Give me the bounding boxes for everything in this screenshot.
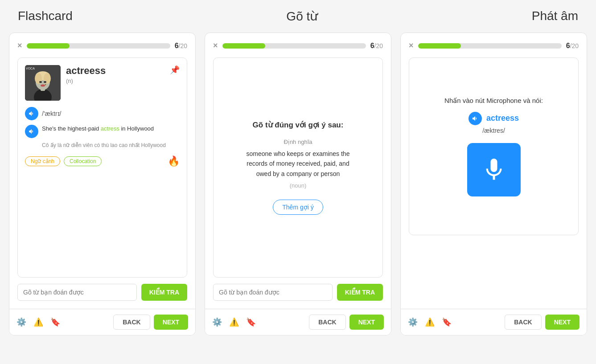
flashcard-header-title: Flashcard [18, 9, 73, 24]
pronunciation-row-1: /'æktrɪ/ [25, 107, 180, 120]
flashcard-close-button[interactable]: × [17, 41, 22, 50]
panels-row: × 6/20 [9, 33, 587, 335]
svg-text:VOCA: VOCA [26, 67, 35, 70]
flashcard-progress-bar-fill [27, 43, 70, 49]
phat-am-sound-button[interactable] [469, 112, 482, 125]
word-row: VOCA actreess (n) 📌 [25, 65, 180, 101]
go-tu-close-button[interactable]: × [213, 41, 218, 50]
phat-am-warning-icon[interactable]: ⚠️ [425, 317, 435, 327]
example-row: She's the highest-paid actress in Hollyw… [25, 125, 180, 138]
svg-point-7 [39, 81, 42, 83]
flashcard-next-button[interactable]: NEXT [154, 315, 188, 330]
tag-row: Ngữ cảnh Collocation 🔥 [25, 155, 180, 167]
word-type: (n) [66, 78, 164, 84]
phat-am-pronunciation: /æktres/ [482, 127, 505, 134]
go-tu-header-title: Gõ từ [286, 9, 318, 24]
go-tu-card-title: Gõ từ đúng với gợi ý sau: [253, 120, 344, 130]
phat-am-close-button[interactable]: × [409, 41, 414, 50]
go-tu-check-button[interactable]: KIỂM TRA [337, 284, 383, 301]
example-text: She's the highest-paid actress in Hollyw… [42, 125, 154, 133]
pin-icon[interactable]: 📌 [170, 65, 180, 75]
phat-am-progress-bar-fill [418, 43, 461, 49]
flashcard-card: VOCA actreess (n) 📌 /'æktrɪ/ [17, 57, 187, 278]
phat-am-word: actreess [486, 114, 519, 123]
phat-am-panel: × 6/20 Nhấn vào nút Microphone và nói: a… [400, 33, 587, 335]
go-tu-back-button[interactable]: BACK [309, 315, 345, 330]
svg-point-8 [44, 81, 46, 83]
sound-button-2[interactable] [25, 125, 38, 138]
go-tu-progress-bar-bg [222, 43, 366, 49]
go-tu-nav-btns: BACK NEXT [309, 315, 384, 330]
go-tu-pos: (noun) [290, 182, 307, 189]
flashcard-back-button[interactable]: BACK [113, 315, 150, 330]
pronunciation-text-1: /'æktrɪ/ [42, 110, 61, 117]
phat-am-back-button[interactable]: BACK [505, 315, 541, 330]
photo-placeholder: VOCA [25, 65, 61, 101]
phat-am-card: Nhấn vào nút Microphone và nói: actreess… [409, 57, 579, 235]
flashcard-panel: × 6/20 [9, 33, 196, 335]
phat-am-progress-text: 6/20 [566, 42, 579, 50]
phat-am-next-button[interactable]: NEXT [545, 315, 580, 330]
word-main: actreess [66, 65, 164, 77]
go-tu-guess-input[interactable] [213, 284, 333, 301]
go-tu-progress-text: 6/20 [370, 42, 383, 50]
phat-am-settings-icon[interactable]: ⚙️ [408, 317, 418, 327]
phat-am-footer: ⚙️ ⚠️ 🔖 BACK NEXT [401, 309, 587, 335]
phat-am-word-row: actreess [469, 112, 519, 125]
flashcard-input-row: KIỂM TRA [17, 284, 187, 301]
word-image: VOCA [25, 65, 61, 101]
phat-am-footer-icons: ⚙️ ⚠️ 🔖 [408, 317, 452, 327]
header-row: Flashcard Gõ từ Phát âm [9, 9, 587, 24]
flashcard-nav-btns: BACK NEXT [113, 315, 188, 330]
phat-am-bookmark-icon[interactable]: 🔖 [442, 317, 452, 327]
go-tu-hint-button[interactable]: Thêm gợi ý [273, 200, 323, 215]
go-tu-progress-bar-fill [222, 43, 266, 49]
flashcard-progress-bar-bg [27, 43, 170, 49]
tag-collocation[interactable]: Collocation [64, 156, 102, 166]
bookmark-icon[interactable]: 🔖 [50, 317, 60, 327]
flashcard-footer: ⚙️ ⚠️ 🔖 BACK NEXT [9, 309, 195, 335]
translation-text: Cô ấy là nữ diễn viên có thù lao cao nhấ… [42, 142, 180, 149]
flashcard-footer-icons: ⚙️ ⚠️ 🔖 [16, 317, 60, 327]
go-tu-input-row: KIỂM TRA [213, 284, 383, 301]
settings-icon[interactable]: ⚙️ [16, 317, 26, 327]
go-tu-warning-icon[interactable]: ⚠️ [229, 317, 239, 327]
go-tu-subtitle: Định nghĩa [284, 139, 312, 145]
go-tu-bookmark-icon[interactable]: 🔖 [246, 317, 256, 327]
svg-point-10 [45, 84, 46, 85]
phat-am-header-title: Phát âm [532, 9, 578, 24]
tag-context[interactable]: Ngữ cảnh [25, 156, 60, 166]
flashcard-progress-text: 6/20 [175, 42, 187, 50]
microphone-button[interactable] [467, 143, 521, 196]
flashcard-guess-input[interactable] [17, 284, 137, 301]
go-tu-settings-icon[interactable]: ⚙️ [212, 317, 222, 327]
phat-am-progress-row: × 6/20 [409, 41, 579, 50]
sound-button-1[interactable] [25, 107, 38, 120]
word-info: actreess (n) [66, 65, 164, 84]
flashcard-check-button[interactable]: KIỂM TRA [141, 284, 187, 301]
phat-am-progress-bar-bg [418, 43, 562, 49]
svg-point-9 [41, 85, 45, 87]
go-tu-footer: ⚙️ ⚠️ 🔖 BACK NEXT [205, 309, 391, 335]
phat-am-instruction: Nhấn vào nút Microphone và nói: [444, 97, 543, 105]
go-tu-card: Gõ từ đúng với gợi ý sau: Định nghĩa som… [213, 57, 383, 278]
go-tu-progress-row: × 6/20 [213, 41, 383, 50]
flashcard-progress-row: × 6/20 [17, 41, 187, 50]
go-tu-panel: × 6/20 Gõ từ đúng với gợi ý sau: Định ng… [205, 33, 391, 335]
go-tu-next-button[interactable]: NEXT [349, 315, 384, 330]
go-tu-definition: someone who keeps or examines the record… [240, 149, 356, 179]
warning-icon[interactable]: ⚠️ [33, 317, 43, 327]
flame-icon[interactable]: 🔥 [168, 155, 180, 167]
go-tu-footer-icons: ⚙️ ⚠️ 🔖 [212, 317, 256, 327]
phat-am-nav-btns: BACK NEXT [505, 315, 580, 330]
